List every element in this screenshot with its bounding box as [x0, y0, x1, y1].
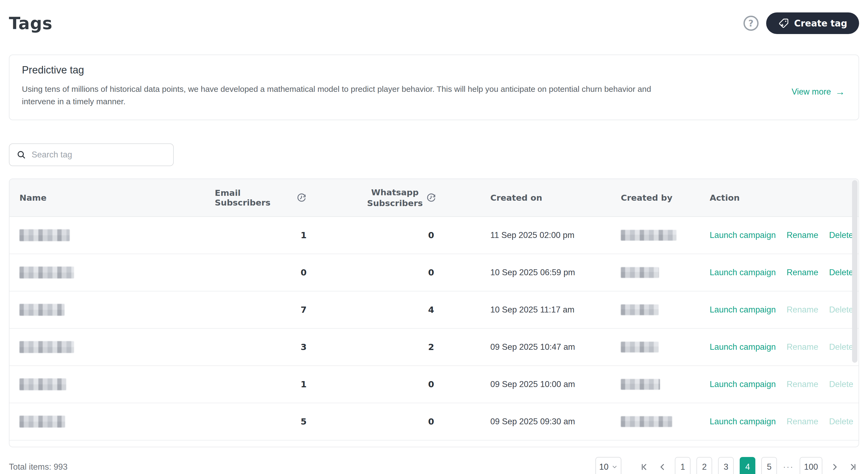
tag-name-cell [9, 341, 215, 353]
redacted-tag-name [20, 416, 65, 428]
email-subscribers-value: 7 [215, 305, 307, 315]
launch-campaign-link[interactable]: Launch campaign [710, 230, 776, 240]
created-by-cell [616, 379, 705, 390]
whatsapp-subscribers-value: 4 [307, 305, 436, 315]
view-more-label: View more [792, 87, 831, 97]
table-body: 1 0 11 Sep 2025 02:00 pm Launch campaign… [9, 217, 859, 441]
rename-link[interactable]: Rename [787, 379, 818, 389]
table-row: 0 0 10 Sep 2025 06:59 pm Launch campaign… [9, 254, 859, 291]
description-line-1: Using tens of millions of historical dat… [22, 83, 846, 95]
page-button-1[interactable]: 1 [675, 457, 690, 474]
first-page-button[interactable] [638, 461, 650, 473]
pagination-ellipsis: ··· [783, 462, 794, 472]
help-icon[interactable]: ? [743, 15, 758, 31]
page-button-4[interactable]: 4 [740, 457, 755, 474]
tag-name-cell [9, 304, 215, 316]
row-actions: Launch campaign Rename Delete [705, 267, 859, 277]
whatsapp-subscribers-value: 0 [307, 416, 436, 427]
table-header-row: Name Email Subscribers Whatsapp Subscrib… [9, 179, 859, 217]
column-header-action: Action [705, 193, 859, 202]
launch-campaign-link[interactable]: Launch campaign [710, 342, 776, 352]
tag-name-cell [9, 266, 215, 279]
rename-link[interactable]: Rename [787, 267, 818, 277]
created-on-value: 09 Sep 2025 09:30 am [436, 417, 616, 426]
created-by-cell [616, 416, 705, 427]
created-by-cell [616, 230, 705, 241]
predictive-tag-card: Predictive tag Using tens of millions of… [9, 55, 859, 120]
column-header-email-subscribers[interactable]: Email Subscribers [215, 188, 307, 208]
table-row: 5 0 09 Sep 2025 09:30 am Launch campaign… [9, 403, 859, 441]
rename-link[interactable]: Rename [787, 305, 818, 315]
tag-plus-icon [778, 18, 789, 29]
redacted-tag-name [20, 378, 66, 390]
table-row: 7 4 10 Sep 2025 11:17 am Launch campaign… [9, 291, 859, 329]
row-actions: Launch campaign Rename Delete [705, 230, 859, 240]
delete-link[interactable]: Delete [829, 267, 854, 277]
create-tag-button[interactable]: Create tag [766, 12, 859, 34]
next-page-button[interactable] [829, 461, 841, 473]
redacted-creator-name [621, 416, 672, 427]
question-mark-glyph: ? [748, 18, 753, 29]
redacted-tag-name [20, 304, 65, 316]
page-button-3[interactable]: 3 [718, 457, 734, 474]
history-clock-icon [426, 193, 436, 203]
previous-page-button[interactable] [656, 461, 669, 473]
page-button-5[interactable]: 5 [761, 457, 777, 474]
delete-link[interactable]: Delete [829, 379, 854, 389]
history-clock-icon [297, 193, 307, 203]
redacted-tag-name [20, 229, 70, 241]
email-subscribers-value: 1 [215, 379, 307, 389]
column-header-whatsapp-subscribers[interactable]: Whatsapp Subscribers [307, 187, 436, 209]
whatsapp-subscribers-label: Whatsapp Subscribers [367, 187, 423, 209]
created-on-value: 10 Sep 2025 06:59 pm [436, 267, 616, 277]
page-size-select[interactable]: 10 [595, 457, 621, 474]
redacted-creator-name [621, 342, 659, 352]
predictive-tag-title: Predictive tag [22, 64, 846, 76]
launch-campaign-link[interactable]: Launch campaign [710, 379, 776, 389]
delete-link[interactable]: Delete [829, 305, 854, 315]
created-on-value: 09 Sep 2025 10:47 am [436, 342, 616, 352]
email-subscribers-value: 5 [215, 416, 307, 427]
page-title: Tags [9, 13, 53, 33]
rename-link[interactable]: Rename [787, 230, 818, 240]
redacted-tag-name [20, 266, 74, 279]
page-button-100[interactable]: 100 [800, 457, 823, 474]
delete-link[interactable]: Delete [829, 342, 854, 352]
search-icon [17, 150, 26, 160]
pagination: 10 12345···100 [595, 457, 859, 474]
whatsapp-subscribers-value: 0 [307, 379, 436, 389]
tag-name-cell [9, 229, 215, 241]
predictive-tag-description: Using tens of millions of historical dat… [22, 83, 846, 108]
view-more-link[interactable]: View more → [792, 87, 845, 97]
delete-link[interactable]: Delete [829, 230, 854, 240]
launch-campaign-link[interactable]: Launch campaign [710, 417, 776, 426]
redacted-tag-name [20, 341, 74, 353]
redacted-creator-name [621, 230, 677, 241]
create-tag-label: Create tag [794, 18, 847, 29]
column-header-name: Name [9, 193, 215, 202]
whatsapp-subscribers-value: 0 [307, 230, 436, 241]
launch-campaign-link[interactable]: Launch campaign [710, 305, 776, 315]
search-tag-box[interactable] [9, 144, 174, 166]
created-on-value: 11 Sep 2025 02:00 pm [436, 230, 616, 240]
email-subscribers-label: Email Subscribers [215, 188, 293, 208]
delete-link[interactable]: Delete [829, 417, 854, 426]
column-header-created-on: Created on [436, 193, 616, 202]
email-subscribers-value: 3 [215, 342, 307, 352]
description-line-2: intervene in a timely manner. [22, 95, 846, 108]
tag-name-cell [9, 378, 215, 390]
redacted-creator-name [621, 305, 659, 315]
search-input[interactable] [32, 150, 166, 160]
launch-campaign-link[interactable]: Launch campaign [710, 267, 776, 277]
rename-link[interactable]: Rename [787, 417, 818, 426]
redacted-creator-name [621, 379, 660, 390]
last-page-button[interactable] [847, 461, 859, 473]
column-header-created-by: Created by [616, 193, 705, 202]
page-button-2[interactable]: 2 [696, 457, 712, 474]
top-bar: Tags ? Create tag [9, 0, 859, 37]
rename-link[interactable]: Rename [787, 342, 818, 352]
whatsapp-subscribers-value: 2 [307, 342, 436, 352]
table-scrollbar-thumb[interactable] [852, 180, 858, 363]
total-items-label: Total items: 993 [9, 462, 67, 472]
table-footer: Total items: 993 10 12345··· [9, 457, 859, 474]
